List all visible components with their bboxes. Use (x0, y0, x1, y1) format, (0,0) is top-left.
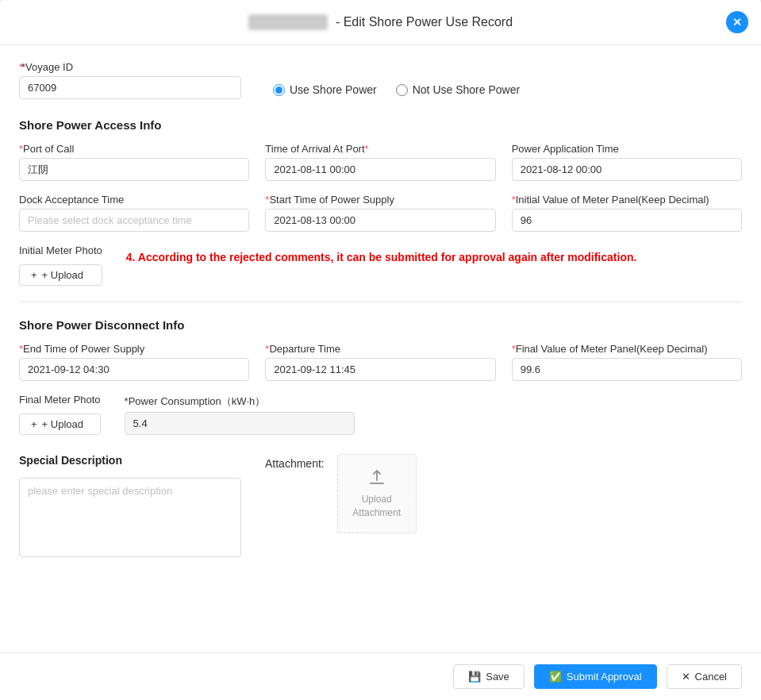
initial-meter-value-label: *Initial Value of Meter Panel(Keep Decim… (512, 194, 742, 206)
power-app-time-label: Power Application Time (512, 143, 742, 155)
upload-attachment-button[interactable]: Upload Attachment (337, 454, 417, 533)
start-power-group: *Start Time of Power Supply (265, 194, 495, 232)
departure-time-input[interactable] (265, 358, 495, 381)
special-description-title: Special Description (19, 454, 241, 467)
end-power-group: *End Time of Power Supply (19, 343, 249, 381)
final-meter-value-label: *Final Value of Meter Panel(Keep Decimal… (512, 343, 742, 355)
bottom-section: Special Description Attachment: Upload A… (19, 451, 742, 560)
initial-meter-value-input[interactable] (512, 209, 742, 232)
meter-photo-notice-row: Initial Meter Photo + + Upload 4. Accord… (19, 244, 742, 286)
power-consumption-label: *Power Consumption（kW·h） (125, 394, 355, 409)
close-icon: ✕ (732, 16, 742, 29)
radio-use-shore-power[interactable]: Use Shore Power (273, 83, 377, 96)
blurred-title (248, 14, 328, 30)
dock-acceptance-input[interactable] (19, 209, 249, 232)
final-meter-photo-group: Final Meter Photo + + Upload (19, 394, 101, 435)
arrival-time-group: Time of Arrival At Port* (265, 143, 495, 181)
voyage-id-label: **Voyage ID (19, 61, 241, 73)
power-consumption-group: *Power Consumption（kW·h） (125, 394, 355, 435)
final-photo-consumption-row: Final Meter Photo + + Upload *Power Cons… (19, 394, 742, 435)
final-meter-photo-upload-btn[interactable]: + + Upload (19, 413, 101, 435)
disconnect-info-section: Shore Power Disconnect Info *End Time of… (19, 318, 742, 381)
port-of-call-group: *Port of Call (19, 143, 249, 181)
save-icon: 💾 (468, 671, 481, 683)
power-app-time-input[interactable] (512, 158, 742, 181)
dock-acceptance-label: Dock Acceptance Time (19, 194, 249, 206)
voyage-id-input[interactable] (19, 76, 241, 99)
close-button[interactable]: ✕ (726, 11, 748, 33)
notice-text: 4. According to the rejected comments, i… (126, 244, 637, 271)
special-description-textarea[interactable] (19, 478, 241, 557)
access-info-title: Shore Power Access Info (19, 118, 742, 132)
end-power-input[interactable] (19, 358, 249, 381)
disconnect-info-title: Shore Power Disconnect Info (19, 318, 742, 332)
power-app-time-group: Power Application Time (512, 143, 742, 181)
final-meter-photo-label: Final Meter Photo (19, 394, 101, 406)
radio-use-input[interactable] (273, 84, 285, 96)
title-bar: - Edit Shore Power Use Record (248, 14, 513, 30)
access-info-section: Shore Power Access Info *Port of Call Ti… (19, 118, 742, 232)
departure-time-group: *Departure Time (265, 343, 495, 381)
attachment-label: Attachment: (265, 457, 325, 470)
initial-meter-photo-group: Initial Meter Photo + + Upload (19, 244, 102, 286)
modal-header: - Edit Shore Power Use Record ✕ (0, 0, 761, 45)
final-upload-plus-icon: + (31, 418, 37, 430)
submit-approval-button[interactable]: ✅ Submit Approval (534, 664, 657, 689)
start-power-label: *Start Time of Power Supply (265, 194, 495, 206)
initial-meter-value-group: *Initial Value of Meter Panel(Keep Decim… (512, 194, 742, 232)
arrival-time-label: Time of Arrival At Port* (265, 143, 495, 155)
attachment-col: Attachment: Upload Attachment (265, 451, 742, 560)
special-description-col: Special Description (19, 451, 241, 560)
initial-meter-photo-label: Initial Meter Photo (19, 244, 102, 256)
dock-acceptance-group: Dock Acceptance Time (19, 194, 249, 232)
modal-container: - Edit Shore Power Use Record ✕ **Voyage… (0, 0, 761, 700)
upload-attachment-text: Upload Attachment (338, 493, 416, 520)
start-power-input[interactable] (265, 209, 495, 232)
radio-not-use-input[interactable] (396, 84, 408, 96)
top-row: **Voyage ID Use Shore Power Not Use Shor… (19, 61, 742, 99)
cancel-icon: ✕ (682, 671, 690, 683)
radio-group: Use Shore Power Not Use Shore Power (273, 61, 520, 96)
initial-meter-photo-upload-btn[interactable]: + + Upload (19, 264, 102, 286)
upload-icon (367, 467, 386, 487)
modal-body: **Voyage ID Use Shore Power Not Use Shor… (0, 45, 761, 652)
departure-time-label: *Departure Time (265, 343, 495, 355)
modal-footer: 💾 Save ✅ Submit Approval ✕ Cancel (0, 652, 761, 700)
save-button[interactable]: 💾 Save (453, 664, 525, 689)
final-meter-value-input[interactable] (512, 358, 742, 381)
submit-icon: ✅ (549, 671, 562, 683)
power-consumption-input (125, 412, 355, 435)
cancel-button[interactable]: ✕ Cancel (667, 664, 742, 689)
radio-not-use-shore-power[interactable]: Not Use Shore Power (396, 83, 520, 96)
arrival-time-input[interactable] (265, 158, 495, 181)
upload-plus-icon: + (31, 269, 37, 281)
section-divider (19, 302, 742, 302)
voyage-id-group: **Voyage ID (19, 61, 241, 99)
final-meter-value-group: *Final Value of Meter Panel(Keep Decimal… (512, 343, 742, 381)
modal-title: - Edit Shore Power Use Record (336, 15, 513, 29)
port-of-call-input[interactable] (19, 158, 249, 181)
port-of-call-label: *Port of Call (19, 143, 249, 155)
end-power-label: *End Time of Power Supply (19, 343, 249, 355)
